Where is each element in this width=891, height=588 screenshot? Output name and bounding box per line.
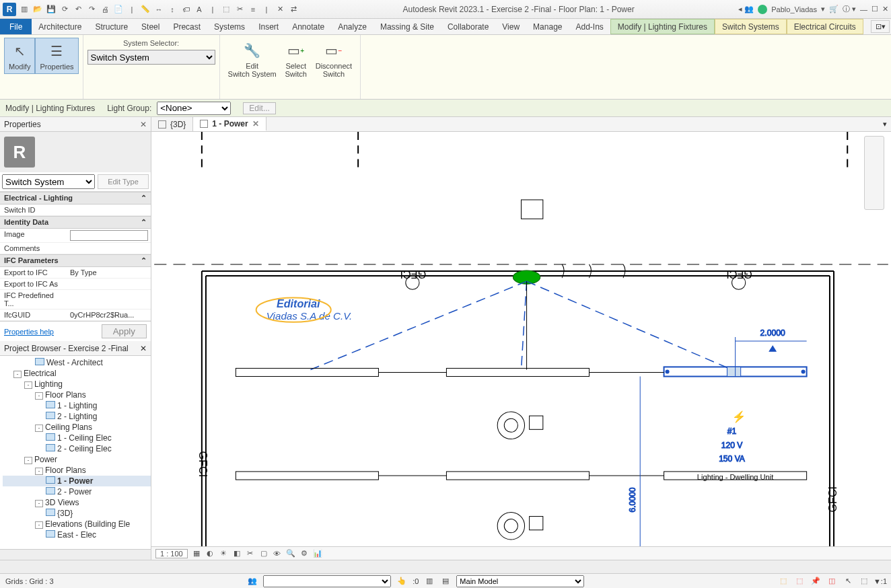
tab-insert[interactable]: Insert <box>252 19 285 34</box>
tree-node[interactable]: 1 - Lighting <box>3 400 151 411</box>
edit-type-button[interactable]: Edit Type <box>98 174 149 189</box>
qat-measure-icon[interactable]: 📏 <box>140 4 151 15</box>
shadows-icon[interactable]: ◧ <box>232 549 242 558</box>
tree-node[interactable]: East - Elec <box>3 529 151 540</box>
view-tab-close-icon[interactable]: ✕ <box>252 119 259 128</box>
tab-precast[interactable]: Precast <box>166 19 207 34</box>
crop-region-icon[interactable]: ▢ <box>259 549 269 558</box>
tab-switch-systems[interactable]: Switch Systems <box>715 19 787 34</box>
tree-node[interactable]: -Lighting <box>3 379 151 390</box>
cart-icon[interactable]: 🛒 <box>829 5 839 13</box>
qat-close-icon[interactable]: ✕ <box>275 4 285 15</box>
tree-expander-icon[interactable]: - <box>35 521 43 529</box>
tab-structure[interactable]: Structure <box>88 19 135 34</box>
qat-thin-icon[interactable]: ≡ <box>248 4 258 15</box>
tab-systems[interactable]: Systems <box>207 19 252 34</box>
tree-node[interactable]: -Elevations (Building Ele <box>3 519 151 529</box>
properties-button[interactable]: ☰ Properties <box>35 38 78 74</box>
view-scale[interactable]: 1 : 100 <box>155 549 188 558</box>
view-tab-power[interactable]: 1 - Power ✕ <box>193 117 266 131</box>
worksets-icon[interactable]: 👥 <box>247 576 258 587</box>
qat-align-icon[interactable]: ↔ <box>153 4 164 15</box>
tree-node[interactable]: 2 - Power <box>3 486 151 497</box>
tree-node[interactable]: 2 - Ceiling Elec <box>3 443 151 454</box>
select-switch-button[interactable]: ▭+ Select Switch <box>281 38 312 81</box>
help-icon[interactable]: ⓘ ▾ <box>843 4 856 14</box>
editable-icon[interactable]: ▥ <box>424 576 435 587</box>
tree-node[interactable]: 1 - Power <box>3 476 151 486</box>
select-links-icon[interactable]: ⬚ <box>778 576 789 587</box>
tab-electrical-circuits[interactable]: Electrical Circuits <box>787 19 863 34</box>
edit-switch-system-button[interactable]: 🔧 Edit Switch System <box>224 38 281 81</box>
prop-value[interactable] <box>67 205 151 215</box>
filter-icon[interactable]: ▼:1 <box>875 576 886 587</box>
tree-node[interactable]: 2 - Lighting <box>3 411 151 422</box>
tree-node[interactable]: -Floor Plans <box>3 465 151 476</box>
user-name[interactable]: Pablo_Viadas <box>771 5 817 13</box>
navigation-bar[interactable] <box>864 136 884 210</box>
tree-node[interactable]: West - Architect <box>3 357 151 368</box>
select-pinned-icon[interactable]: 📌 <box>810 576 821 587</box>
background-icon[interactable]: ⬚ <box>859 576 869 587</box>
tree-expander-icon[interactable]: - <box>35 425 43 432</box>
detail-level-icon[interactable]: ▦ <box>192 549 201 558</box>
prop-value[interactable]: By Type <box>67 267 151 278</box>
tree-node[interactable]: -Electrical <box>3 368 151 379</box>
tab-modify-lighting[interactable]: Modify | Lighting Fixtures <box>610 19 715 34</box>
qat-undo-icon[interactable]: ↶ <box>73 4 83 15</box>
tree-expander-icon[interactable]: - <box>24 457 32 464</box>
qat-folder-icon[interactable]: 📂 <box>32 4 43 15</box>
drawing-canvas[interactable]: GFCI GFCI GFCI GFCI <box>151 132 891 546</box>
tab-view[interactable]: View <box>495 19 526 34</box>
qat-save-icon[interactable]: 💾 <box>46 4 57 15</box>
tree-node[interactable]: -Floor Plans <box>3 390 151 400</box>
prop-value[interactable] <box>67 243 151 254</box>
prop-group[interactable]: Identity Data⌃ <box>0 216 151 229</box>
tree-expander-icon[interactable]: - <box>35 392 43 400</box>
file-tab[interactable]: File <box>0 19 32 34</box>
prop-value[interactable]: 0yCrHP8cr2$Rua... <box>67 309 151 320</box>
prop-value[interactable] <box>67 279 151 289</box>
tree-expander-icon[interactable]: - <box>13 371 22 378</box>
qat-open-icon[interactable]: ▥ <box>19 4 30 15</box>
canvas-scrollbar[interactable] <box>0 560 891 573</box>
lightgroup-edit-button[interactable]: Edit... <box>243 102 276 114</box>
left-scrollbar[interactable] <box>0 549 151 560</box>
qat-switch-icon[interactable]: ⇄ <box>288 4 299 15</box>
tab-steel[interactable]: Steel <box>135 19 166 34</box>
analytical-icon[interactable]: 📊 <box>313 549 322 558</box>
close-button[interactable]: ✕ <box>882 5 888 13</box>
design-options-icon[interactable]: ▤ <box>440 576 451 587</box>
qat-dim-icon[interactable]: ↕ <box>167 4 178 15</box>
lightgroup-dropdown[interactable]: <None> <box>157 102 231 115</box>
tab-collaborate[interactable]: Collaborate <box>441 19 495 34</box>
tree-expander-icon[interactable]: - <box>24 381 32 389</box>
user-avatar-icon[interactable] <box>758 5 767 14</box>
hide-icon[interactable]: 👁 <box>273 549 282 558</box>
design-option-dropdown[interactable]: Main Model <box>456 575 584 587</box>
qat-sync-icon[interactable]: ⟳ <box>59 4 70 15</box>
qat-3d-icon[interactable]: ⬚ <box>221 4 231 15</box>
select-underlay-icon[interactable]: ⬚ <box>794 576 805 587</box>
tree-node[interactable]: -Ceiling Plans <box>3 422 151 433</box>
tab-architecture[interactable]: Architecture <box>32 19 88 34</box>
maximize-button[interactable]: ☐ <box>871 5 878 13</box>
qat-section-icon[interactable]: ✂ <box>234 4 245 15</box>
tab-addins[interactable]: Add-Ins <box>569 19 610 34</box>
tree-node[interactable]: {3D} <box>3 508 151 519</box>
view-tabs-overflow-icon[interactable]: ▾ <box>879 117 891 131</box>
prop-value[interactable] <box>67 290 151 309</box>
prop-value-input[interactable] <box>70 230 148 241</box>
tab-massing[interactable]: Massing & Site <box>373 19 441 34</box>
disconnect-switch-button[interactable]: ▭− Disconnect Switch <box>312 38 356 81</box>
visual-style-icon[interactable]: ◐ <box>205 549 215 558</box>
tab-annotate[interactable]: Annotate <box>285 19 331 34</box>
qat-pdf-icon[interactable]: 📄 <box>113 4 124 15</box>
qat-text-icon[interactable]: A <box>194 4 205 15</box>
workset-dropdown[interactable] <box>263 575 391 587</box>
properties-close-icon[interactable]: ✕ <box>140 120 147 129</box>
properties-help-link[interactable]: Properties help <box>4 328 54 336</box>
qat-tag-icon[interactable]: 🏷 <box>180 4 191 15</box>
tree-expander-icon[interactable]: - <box>35 500 43 507</box>
minimize-button[interactable]: — <box>860 5 867 13</box>
